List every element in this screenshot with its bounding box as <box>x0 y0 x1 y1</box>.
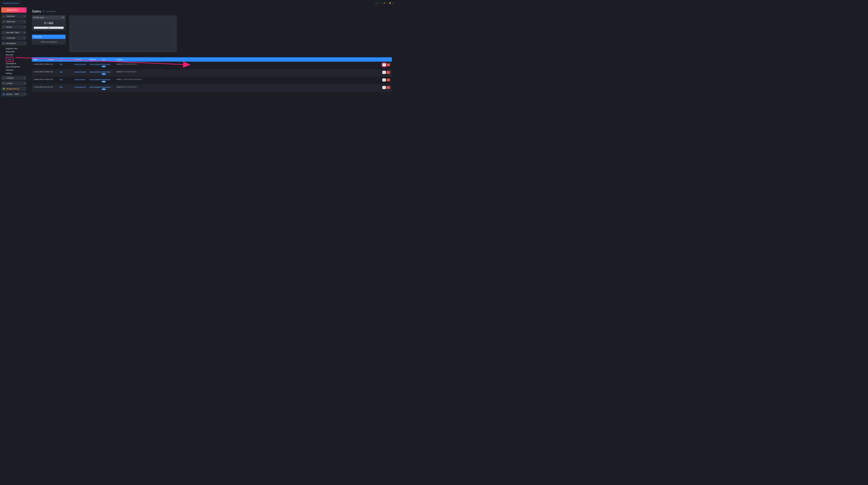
page-header: Sales ? Monetization <box>32 9 392 13</box>
nav-addons[interactable]: 🧩 Manage add-ons <box>1 87 27 91</box>
cell-amount: € 3.10 <box>49 78 60 80</box>
tools-icon: 🛠 <box>3 21 5 23</box>
getting-started-label: Getting started <box>6 9 18 11</box>
cell-amount: € 3.10 <box>49 63 60 65</box>
sales-table: Date Amount User Purchase Discount Type … <box>32 57 392 92</box>
col-gateway: Gateway <box>117 59 378 60</box>
chevron-down-icon: ▼ <box>24 94 25 95</box>
monetization-submenu: Supporter Tiers Shop packs Discounts Sal… <box>1 46 27 75</box>
grid-icon: ⊞ <box>3 15 5 17</box>
first-badge: First <box>102 88 105 90</box>
chevron-right-icon: ▶ <box>24 32 25 33</box>
language-button[interactable]: A文 ▼ <box>374 1 381 5</box>
discount-link[interactable]: coupon [deleted] <box>90 71 101 73</box>
view-button[interactable]: ▤ <box>382 71 386 74</box>
sub-settings[interactable]: Settings <box>6 72 27 75</box>
gateway-id: (9R439172BG999462B) <box>122 86 137 88</box>
target-value: 0 / 400 <box>34 22 63 25</box>
nav-dashboard[interactable]: ⊞ Dashboard ▶ <box>1 14 27 18</box>
page-title: Sales <box>32 9 41 13</box>
type-link[interactable]: Subscription <box>102 71 111 73</box>
nav-admin-tools[interactable]: 🛠 Admin tools ▶ <box>1 19 27 24</box>
nav-label: Manage add-ons <box>6 88 19 90</box>
gateway-id: (18V045488X4463001) <box>122 71 136 73</box>
col-purchase: Purchase <box>74 59 90 60</box>
dashboard-name: Example dashboard <box>3 2 18 4</box>
cell-gateway: PayPal (9R439172BG999462B) <box>117 86 378 88</box>
wand-icon: ✨ <box>383 2 385 4</box>
nav-account[interactable]: 👤 Account Private ▼ <box>1 92 27 96</box>
cart-icon: 🛒 <box>3 42 5 44</box>
type-link[interactable]: Subscription <box>102 86 111 88</box>
nav-community[interactable]: ▭ Community ▶ <box>1 36 27 40</box>
topbar: Example dashboard ▼ A文 ▼ ✨ 🔔 ▼ <box>0 0 396 6</box>
sub-supporter-tiers[interactable]: Supporter Tiers <box>6 47 27 50</box>
nav-label: Automate / tasks <box>6 32 19 33</box>
cell-date: 14 Mar 2023 (16:47) <box>34 86 49 88</box>
purchase-link[interactable]: paypal recurring <box>74 86 86 88</box>
arrow-right-icon: → <box>23 9 25 11</box>
nav-label: Account <box>6 93 12 95</box>
chevron-right-icon: ▶ <box>24 26 25 28</box>
purchase-link[interactable]: paypal recurring <box>74 71 86 73</box>
cell-amount: € 3.10 <box>49 86 60 88</box>
sub-shop-packs[interactable]: Shop packs <box>6 50 27 53</box>
nav-servers[interactable]: ☰ Servers ▶ <box>1 25 27 29</box>
nav-monetization[interactable]: 🛒 Monetization ▼ <box>1 41 27 45</box>
nav-label: Monetization <box>6 42 16 44</box>
view-button[interactable]: ▤ <box>382 63 386 66</box>
gear-icon[interactable]: ⚙ <box>62 17 64 19</box>
topbar-right: A文 ▼ ✨ 🔔 ▼ <box>374 1 395 5</box>
view-button[interactable]: ▤ <box>382 78 386 82</box>
purchase-link[interactable]: stripe recurring <box>74 78 85 80</box>
nav-label: Dashboard <box>6 15 15 17</box>
delete-button[interactable]: X <box>387 78 390 82</box>
user-link[interactable]: Max <box>60 86 63 88</box>
discount-link[interactable]: coupon [deleted] <box>90 78 101 80</box>
sub-subscriptions[interactable]: Subscriptions <box>6 62 27 65</box>
notifications-button[interactable]: 🔔 ▼ <box>388 2 395 5</box>
sub-token-transactions[interactable]: Token transactions <box>6 65 27 68</box>
rocket-icon: 🚀 <box>3 9 5 11</box>
chevron-right-icon: ▶ <box>24 21 25 22</box>
col-date: Date <box>34 59 49 60</box>
table-row: 14 Mar 2023 (17:28) € 3.10 Max paypal re… <box>32 62 392 69</box>
type-link[interactable]: Subscription <box>102 78 111 80</box>
cell-date: 14 Mar 2023 (17:28) <box>34 63 49 65</box>
delete-button[interactable]: X <box>387 71 390 74</box>
nav-connect[interactable]: 🔌 Connect ▶ <box>1 81 27 85</box>
delete-button[interactable]: X <box>387 63 390 66</box>
delete-button[interactable]: X <box>387 86 390 89</box>
cell-gateway: PayPal (2UM13396PP825180C) <box>117 63 378 65</box>
nav-label: Community <box>6 37 15 39</box>
table-row: 14 Mar 2023 (17:16) € 3.10 Max stripe re… <box>32 77 392 84</box>
dashboard-selector[interactable]: Example dashboard ▼ <box>1 1 22 5</box>
help-icon[interactable]: ? <box>43 10 45 12</box>
private-badge: Private <box>14 94 19 95</box>
wand-button[interactable]: ✨ <box>382 2 387 5</box>
view-button[interactable]: ▤ <box>382 86 386 89</box>
month-header: This month <box>32 35 65 39</box>
gear-icon: ⚙ <box>3 77 5 79</box>
type-link[interactable]: Subscription <box>102 63 111 65</box>
user-link[interactable]: Max <box>60 71 63 73</box>
chevron-right-icon: ▶ <box>24 37 25 39</box>
chevron-right-icon: ▶ <box>24 15 25 17</box>
getting-started-button[interactable]: 🚀 Getting started → <box>1 7 27 12</box>
discount-link[interactable]: coupon [deleted] <box>90 86 101 88</box>
first-badge: First <box>102 66 105 67</box>
chevron-right-icon: ▶ <box>24 83 25 84</box>
caret-down-icon: ▼ <box>392 2 393 4</box>
sub-sales[interactable]: Sales <box>7 58 12 61</box>
nav-automate[interactable]: ⎇ Automate / tasks ▶ <box>1 30 27 35</box>
sub-discounts[interactable]: Discounts <box>6 53 27 57</box>
discount-link[interactable]: coupon [deleted] <box>90 63 101 65</box>
caret-down-icon: ▼ <box>378 2 380 4</box>
user-link[interactable]: Max <box>60 63 63 65</box>
col-user: User <box>60 59 74 60</box>
purchase-link[interactable]: paypal recurring <box>74 63 86 65</box>
sub-deliveries[interactable]: Deliveries <box>6 68 27 72</box>
branch-icon: ⎇ <box>3 32 5 33</box>
nav-configure[interactable]: ⚙ Configure ▶ <box>1 75 27 80</box>
user-link[interactable]: Max <box>60 78 63 80</box>
